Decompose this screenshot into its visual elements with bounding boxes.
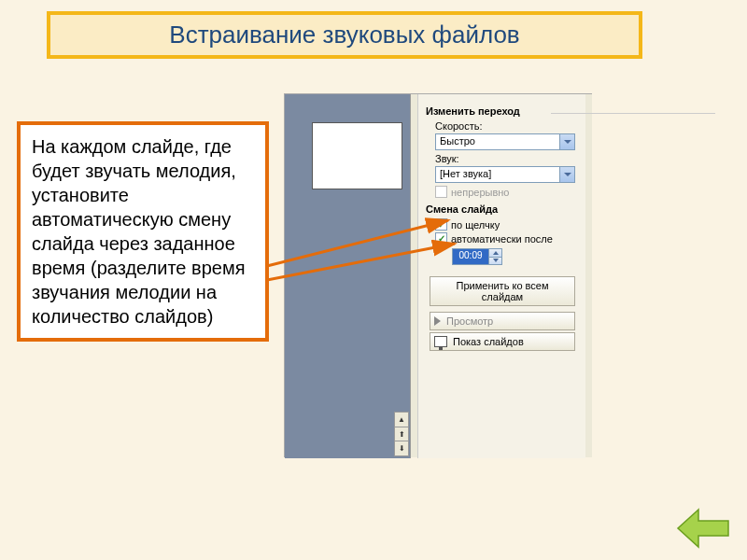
- loop-checkbox[interactable]: [435, 186, 447, 198]
- slideshow-button[interactable]: Показ слайдов: [430, 332, 575, 351]
- slide-scrollbar[interactable]: ▲ ⬆ ⬇: [394, 412, 409, 456]
- sound-dropdown[interactable]: [Нет звука]: [435, 166, 575, 183]
- pane-header-divider: [551, 97, 715, 114]
- svg-line-1: [267, 244, 455, 280]
- loop-label: непрерывно: [451, 187, 509, 198]
- slide-title: Встраивание звуковых файлов: [47, 11, 642, 59]
- arrow-left-icon: [676, 508, 730, 549]
- play-icon: [434, 316, 441, 326]
- instruction-text: На каждом слайде, где будет звучать мело…: [32, 136, 245, 327]
- scroll-next-icon[interactable]: ⬇: [395, 441, 408, 455]
- callout-arrow-2: [263, 238, 478, 293]
- play-button[interactable]: Просмотр: [430, 312, 575, 330]
- chevron-down-icon[interactable]: [559, 134, 574, 149]
- speed-value: Быстро: [436, 134, 559, 149]
- chevron-down-icon[interactable]: [559, 167, 574, 182]
- slideshow-label: Показ слайдов: [453, 336, 524, 347]
- scroll-up-icon[interactable]: ▲: [395, 413, 408, 427]
- spinner-up-icon[interactable]: [488, 249, 501, 258]
- instruction-callout: На каждом слайде, где будет звучать мело…: [17, 121, 269, 342]
- advance-slide-heading: Смена слайда: [426, 203, 578, 215]
- scroll-prev-icon[interactable]: ⬆: [395, 427, 408, 442]
- spinner-down-icon[interactable]: [488, 258, 501, 265]
- sound-value: [Нет звука]: [436, 167, 559, 182]
- speed-dropdown[interactable]: Быстро: [435, 133, 575, 150]
- speed-label: Скорость:: [435, 120, 578, 132]
- monitor-icon: [434, 336, 447, 347]
- back-button[interactable]: [676, 508, 730, 549]
- sound-label: Звук:: [435, 153, 578, 164]
- slide-title-text: Встраивание звуковых файлов: [169, 21, 519, 49]
- play-label: Просмотр: [446, 315, 493, 327]
